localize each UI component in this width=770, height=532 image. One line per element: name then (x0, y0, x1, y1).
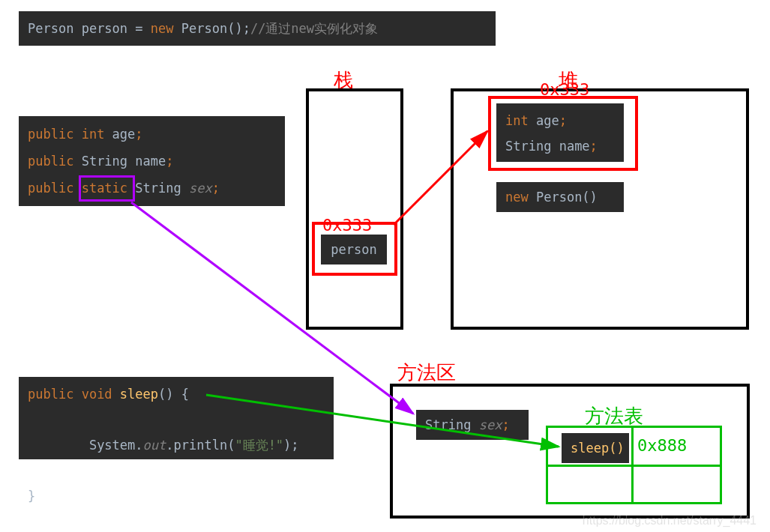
code-token: new (505, 190, 536, 205)
code-line: public static String sex; (28, 175, 276, 202)
code-token: new (151, 21, 181, 36)
heap-new: new Person() (496, 182, 624, 212)
code-token: sleep (120, 387, 158, 402)
code-token: person (73, 21, 135, 36)
code-token: public (28, 181, 73, 196)
code-token: () { (158, 387, 189, 402)
stack-var-outline (312, 222, 397, 276)
code-token: public (28, 387, 73, 402)
code-token: name (135, 154, 166, 169)
code-token: public (28, 154, 73, 169)
code-token: public (28, 127, 73, 142)
heap-fields-outline (488, 96, 638, 171)
methodarea-title: 方法区 (397, 360, 456, 386)
code-token: ; (212, 181, 220, 196)
stack-region (306, 88, 403, 330)
code-token: ); (283, 438, 298, 453)
method-table-hline (546, 465, 722, 467)
watermark: https://blog.csdn.net/starry_4441 (583, 514, 757, 528)
top-code-line: Person person = new Person();//通过new实例化对… (19, 11, 496, 46)
code-token: String (135, 181, 189, 196)
code-line: public String name; (28, 148, 276, 175)
code-token: int (73, 127, 112, 142)
code-comment: //通过new实例化对象 (250, 21, 378, 36)
code-token: out (143, 438, 166, 453)
methodarea-field: String sex; (416, 410, 529, 440)
code-token: String (73, 154, 135, 169)
code-token: .println( (166, 438, 235, 453)
code-line: public int age; (28, 121, 276, 148)
code-token: System. (58, 438, 143, 453)
code-token: Person() (536, 190, 598, 205)
code-token: sex (479, 417, 502, 432)
method-code-block: public void sleep() { System.out.println… (19, 377, 334, 459)
code-token: = (135, 21, 150, 36)
code-token: String (425, 417, 479, 432)
code-token: ; (243, 21, 250, 36)
code-token: ; (135, 127, 142, 142)
static-highlight (79, 175, 135, 202)
code-token: void (73, 387, 119, 402)
code-line: System.out.println("睡觉!"); (28, 407, 325, 483)
code-token: ; (502, 417, 509, 432)
code-token: age (112, 127, 136, 142)
method-table-vline (631, 426, 634, 504)
code-token: Person (28, 21, 73, 36)
code-token: ; (166, 154, 173, 169)
code-token: Person() (181, 21, 243, 36)
fields-code-block: public int age; public String name; publ… (19, 116, 285, 206)
code-line: public void sleep() { (28, 381, 325, 407)
code-token: "睡觉!" (235, 438, 283, 453)
code-line: } (28, 483, 325, 509)
code-token: sex (189, 181, 212, 196)
